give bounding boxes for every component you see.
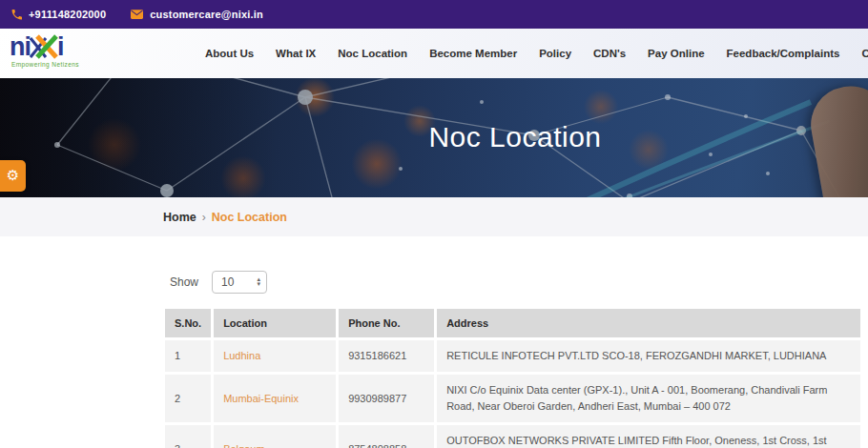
cell-phone: 8754808858: [339, 425, 434, 448]
site-header: ni i Empowering Netizens About Us What I…: [0, 29, 868, 78]
breadcrumb-current: Noc Location: [212, 211, 287, 224]
email-icon: [131, 10, 143, 19]
email-contact[interactable]: customercare@nixi.in: [131, 9, 263, 20]
location-link[interactable]: Ludhina: [223, 350, 260, 361]
nav-feedback-complaints[interactable]: Feedback/Complaints: [727, 48, 840, 59]
cell-phone: 9315186621: [339, 340, 434, 372]
phone-contact[interactable]: +911148202000: [11, 9, 106, 20]
nav-policy[interactable]: Policy: [539, 48, 571, 59]
phone-number: +911148202000: [29, 9, 106, 20]
nav-contact-us[interactable]: Contact Us: [861, 48, 868, 59]
nav-cdns[interactable]: CDN's: [593, 48, 626, 59]
cell-sno: 2: [165, 375, 211, 422]
header-address: Address: [437, 309, 860, 337]
cell-address: OUTOFBOX NETWORKS PRIVATE LIMITED Fifth …: [437, 425, 860, 448]
logo-text-right: i: [57, 34, 64, 60]
location-link[interactable]: Belgaum: [223, 443, 264, 448]
top-contact-bar: +911148202000 customercare@nixi.in: [0, 0, 868, 29]
nav-become-member[interactable]: Become Member: [429, 48, 517, 59]
gear-icon: ⚙: [7, 169, 19, 183]
nav-pay-online[interactable]: Pay Online: [648, 48, 704, 59]
breadcrumb-separator-icon: ›: [202, 211, 206, 224]
logo-x-mark: [30, 34, 58, 59]
show-selected-value: 10: [221, 275, 257, 289]
noc-location-page: +911148202000 customercare@nixi.in ni i: [0, 0, 868, 448]
main-navigation: About Us What IX Noc Location Become Mem…: [205, 29, 868, 78]
noc-location-table: S.No. Location Phone No. Address 1 Ludhi…: [162, 306, 863, 448]
cell-location: Ludhina: [214, 340, 336, 372]
hero-banner: Noc Location: [0, 78, 868, 197]
header-location: Location: [214, 309, 336, 337]
header-phone: Phone No.: [339, 309, 434, 337]
cell-sno: 3: [165, 425, 211, 448]
nav-noc-location[interactable]: Noc Location: [338, 48, 407, 59]
cell-location: Mumbai-Equinix: [214, 375, 336, 422]
settings-gear-button[interactable]: ⚙: [0, 160, 26, 192]
select-spinner-icon: ▴ ▾: [258, 277, 261, 287]
breadcrumb: Home › Noc Location: [163, 197, 287, 236]
cell-phone: 9930989877: [339, 375, 434, 422]
breadcrumb-home-link[interactable]: Home: [163, 211, 196, 224]
email-address: customercare@nixi.in: [150, 9, 263, 20]
page-title: Noc Location: [162, 120, 868, 153]
show-entries-select[interactable]: 10 ▴ ▾: [212, 271, 267, 294]
header-sno: S.No.: [165, 309, 211, 337]
spinner-down-arrow: ▾: [258, 282, 261, 287]
nixi-logo[interactable]: ni i Empowering Netizens: [10, 34, 100, 68]
nav-what-ix[interactable]: What IX: [276, 48, 316, 59]
table-row: 1 Ludhina 9315186621 RETICULE INFOTECH P…: [165, 340, 860, 372]
table-header-row: S.No. Location Phone No. Address: [165, 309, 860, 337]
cell-address: NIXI C/o Equinix Data center (GPX-1)., U…: [437, 375, 860, 422]
cell-address: RETICULE INFOTECH PVT.LTD SCO-18, FEROZG…: [437, 340, 860, 372]
table-row: 2 Mumbai-Equinix 9930989877 NIXI C/o Equ…: [165, 375, 860, 422]
breadcrumb-bar: Home › Noc Location: [0, 197, 868, 236]
logo-tagline: Empowering Netizens: [11, 61, 100, 68]
logo-text-left: ni: [10, 34, 31, 60]
show-label: Show: [170, 275, 198, 289]
table-row: 3 Belgaum 8754808858 OUTOFBOX NETWORKS P…: [165, 425, 860, 448]
location-link[interactable]: Mumbai-Equinix: [223, 393, 299, 404]
main-content: Show 10 ▴ ▾ S.No. Location Phone No. Add…: [0, 236, 868, 448]
phone-icon: [11, 10, 22, 20]
cell-location: Belgaum: [214, 425, 336, 448]
nav-about-us[interactable]: About Us: [205, 48, 254, 59]
cell-sno: 1: [165, 340, 211, 372]
show-entries-control: Show 10 ▴ ▾: [170, 271, 868, 294]
